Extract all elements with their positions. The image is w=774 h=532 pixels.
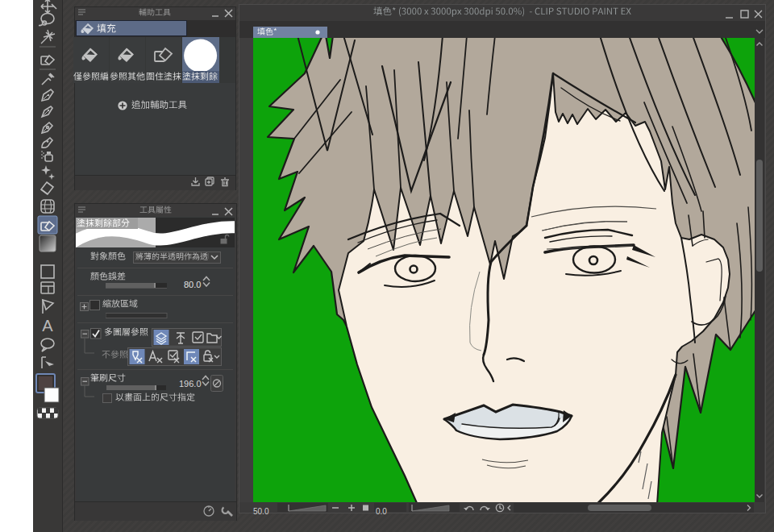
svg-text:A: A — [42, 317, 53, 335]
